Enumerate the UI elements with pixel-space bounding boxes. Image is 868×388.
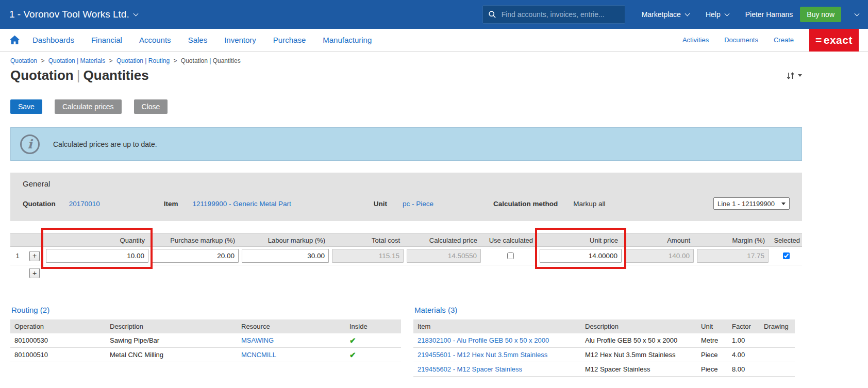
labour-markup-input[interactable] xyxy=(242,249,329,263)
selected-checkbox[interactable] xyxy=(783,252,790,259)
factor-cell: 8.00 xyxy=(728,365,760,373)
chevron-down-icon xyxy=(685,11,690,16)
home-icon[interactable] xyxy=(9,35,20,45)
quantities-row: 1 + xyxy=(10,247,802,265)
operation-cell: 801000510 xyxy=(10,351,106,359)
column-header-margin: Margin (%) xyxy=(695,237,770,244)
purchase-markup-input[interactable] xyxy=(152,249,239,263)
column-header-inside: Inside xyxy=(345,323,401,330)
nav-item-create[interactable]: Create xyxy=(774,36,794,44)
item-label: Item xyxy=(164,200,178,208)
marketplace-menu[interactable]: Marketplace xyxy=(642,10,689,19)
chevron-down-icon xyxy=(781,203,786,205)
routing-row: 801000510 Metal CNC Milling MCNCMILL ✔ xyxy=(10,348,401,362)
column-header-amount: Amount xyxy=(623,237,695,244)
factor-cell: 1.00 xyxy=(728,336,760,344)
item-link[interactable]: 219455601 - M12 Hex Nut 3.5mm Stainless xyxy=(418,351,547,359)
page-title-primary: Quotation xyxy=(10,68,74,83)
routing-panel-title[interactable]: Routing (2) xyxy=(11,306,49,314)
resource-link[interactable]: MCNCMILL xyxy=(241,351,276,359)
column-header-operation: Operation xyxy=(10,323,106,330)
breadcrumb-link-routing[interactable]: Quotation | Routing xyxy=(116,57,170,64)
search-input[interactable] xyxy=(500,10,620,19)
inside-check-icon: ✔ xyxy=(349,336,356,345)
company-selector[interactable]: 1 - Voronov Tool Works Ltd. xyxy=(9,9,138,20)
info-banner: i Calculated prices are up to date. xyxy=(10,127,802,161)
help-label: Help xyxy=(706,10,721,19)
nav-item-purchase[interactable]: Purchase xyxy=(273,36,306,44)
routing-table-header: Operation Description Resource Inside xyxy=(10,319,401,333)
calculation-method-label: Calculation method xyxy=(493,200,558,208)
info-icon: i xyxy=(20,134,40,154)
sort-filter-button[interactable] xyxy=(786,72,802,80)
description-cell: Metal CNC Milling xyxy=(106,351,237,359)
quantities-table-header: Quantity Purchase markup (%) Labour mark… xyxy=(10,233,802,247)
amount-field xyxy=(625,249,694,263)
general-section: General Quotation 20170010 Item 12119990… xyxy=(10,173,802,221)
column-header-item: Item xyxy=(413,323,581,330)
column-header-drawing: Drawing xyxy=(760,323,795,330)
buy-now-button[interactable]: Buy now xyxy=(800,7,841,22)
materials-panel-title[interactable]: Materials (3) xyxy=(414,306,457,314)
nav-item-activities[interactable]: Activities xyxy=(682,36,709,44)
save-button[interactable]: Save xyxy=(10,99,42,114)
toolbar: Save Calculate prices Close xyxy=(10,99,802,114)
company-name: 1 - Voronov Tool Works Ltd. xyxy=(9,9,129,20)
nav-item-inventory[interactable]: Inventory xyxy=(224,36,256,44)
topbar: 1 - Voronov Tool Works Ltd. Marketplace … xyxy=(0,0,868,29)
add-line-button[interactable]: + xyxy=(29,251,40,261)
nav-item-documents[interactable]: Documents xyxy=(724,36,758,44)
column-header-resource: Resource xyxy=(237,323,345,330)
column-header-unit-price: Unit price xyxy=(538,237,623,244)
chevron-down-icon xyxy=(133,11,138,16)
close-button[interactable]: Close xyxy=(134,99,168,114)
column-header-selected: Selected xyxy=(770,237,802,244)
line-select-value: Line 1 - 121199900 xyxy=(717,200,775,208)
unit-link[interactable]: pc - Piece xyxy=(403,200,433,208)
exact-logo-mark: = xyxy=(815,34,822,46)
item-link[interactable]: 218302100 - Alu Profile GEB 50 x 50 x 20… xyxy=(418,336,549,344)
factor-cell: 4.00 xyxy=(728,351,760,359)
routing-panel: Routing (2) Operation Description Resour… xyxy=(10,306,401,377)
use-calculated-checkbox[interactable] xyxy=(507,252,514,259)
add-new-line-button[interactable]: + xyxy=(29,268,40,278)
nav-right: Activities Documents Create =exact xyxy=(682,29,868,52)
help-menu[interactable]: Help xyxy=(706,10,729,19)
user-name[interactable]: Pieter Hamans xyxy=(745,10,793,19)
breadcrumb-separator: > xyxy=(41,57,44,64)
global-search[interactable] xyxy=(482,5,625,24)
unit-price-input[interactable] xyxy=(540,249,622,263)
resource-link[interactable]: MSAWING xyxy=(241,336,274,344)
item-link[interactable]: 121199900 - Generic Metal Part xyxy=(193,200,291,208)
nav-item-sales[interactable]: Sales xyxy=(188,36,208,44)
materials-table-header: Item Description Unit Factor Drawing xyxy=(413,319,795,333)
breadcrumb-separator: > xyxy=(174,57,177,64)
quotation-label: Quotation xyxy=(23,200,56,208)
nav-item-dashboards[interactable]: Dashboards xyxy=(32,36,74,44)
chevron-down-icon xyxy=(724,11,729,16)
quotation-number-link[interactable]: 20170010 xyxy=(69,200,100,208)
operation-cell: 801000530 xyxy=(10,336,106,344)
quantity-input[interactable] xyxy=(46,249,148,263)
title-row: Quotation|Quantities xyxy=(10,68,802,83)
column-header-factor: Factor xyxy=(728,323,760,330)
calculate-prices-button[interactable]: Calculate prices xyxy=(55,99,122,114)
calculation-method-value: Markup all xyxy=(573,200,605,208)
account-menu-chevron[interactable] xyxy=(850,14,859,15)
item-link[interactable]: 219455602 - M12 Spacer Stainless xyxy=(418,365,522,373)
unit-cell: Metre xyxy=(697,336,728,344)
quantities-table: Quantity Purchase markup (%) Labour mark… xyxy=(10,233,802,281)
column-header-quantity: Quantity xyxy=(44,237,150,244)
exact-logo-text: exact xyxy=(824,34,853,46)
inside-check-icon: ✔ xyxy=(349,350,356,359)
breadcrumb-link-quotation[interactable]: Quotation xyxy=(10,57,37,64)
unit-cell: Piece xyxy=(697,365,728,373)
nav-item-manufacturing[interactable]: Manufacturing xyxy=(323,36,372,44)
line-select[interactable]: Line 1 - 121199900 xyxy=(713,197,790,210)
breadcrumb-link-materials[interactable]: Quotation | Materials xyxy=(48,57,106,64)
general-section-title: General xyxy=(23,179,790,188)
nav-item-financial[interactable]: Financial xyxy=(91,36,122,44)
nav-item-accounts[interactable]: Accounts xyxy=(139,36,171,44)
general-fields: Quotation 20170010 Item 121199900 - Gene… xyxy=(23,197,790,210)
description-cell: Alu Profile GEB 50 x 50 x 2000 xyxy=(581,336,697,344)
